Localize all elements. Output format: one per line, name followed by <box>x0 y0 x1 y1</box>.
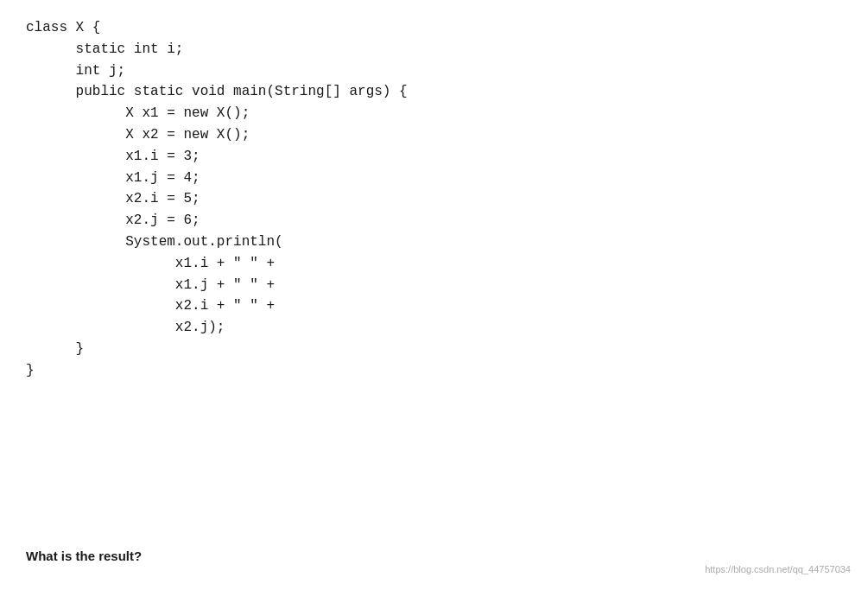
watermark: https://blog.csdn.net/qq_44757034 <box>705 564 851 574</box>
question-area: What is the result? <box>26 549 142 564</box>
code-container: class X { static int i; int j; public st… <box>0 0 868 390</box>
question-text: What is the result? <box>26 549 142 563</box>
code-block: class X { static int i; int j; public st… <box>26 17 842 382</box>
